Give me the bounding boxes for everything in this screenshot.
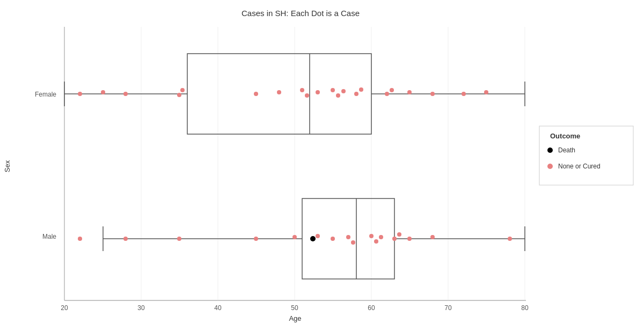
x-tick-60: 60 (368, 304, 375, 312)
female-dot (277, 90, 281, 94)
chart-title: Cases in SH: Each Dot is a Case (241, 9, 360, 18)
legend-death-label: Death (558, 146, 575, 154)
male-dot (316, 234, 320, 238)
male-dot (331, 237, 335, 241)
female-dot (101, 90, 105, 94)
female-dot (305, 93, 309, 98)
legend-none-icon (547, 164, 553, 169)
male-dot (292, 235, 297, 239)
x-tick-80: 80 (521, 304, 529, 312)
female-dot (177, 93, 181, 97)
male-dot (407, 237, 412, 241)
x-tick-30: 30 (137, 304, 145, 312)
female-dot (385, 92, 389, 96)
female-dot (123, 92, 128, 96)
female-dot (341, 89, 346, 93)
male-dot-death (310, 236, 316, 241)
x-tick-50: 50 (291, 304, 298, 312)
female-dot (336, 93, 340, 98)
male-dot (392, 237, 397, 241)
y-tick-male: Male (42, 233, 56, 240)
x-tick-70: 70 (444, 304, 452, 312)
x-tick-20: 20 (61, 304, 68, 312)
female-dot (180, 88, 185, 92)
male-dot (346, 235, 350, 239)
female-dot (354, 92, 358, 96)
female-dot (331, 88, 335, 92)
y-axis-label: Sex (3, 160, 11, 172)
female-dot (484, 90, 488, 94)
female-dot (359, 87, 363, 92)
male-dot (177, 237, 181, 241)
female-dot (300, 88, 304, 92)
male-dot (374, 239, 378, 244)
male-dot (123, 237, 128, 241)
female-dot (407, 90, 412, 94)
chart-container: Cases in SH: Each Dot is a Case Age Sex … (0, 0, 644, 331)
y-tick-female: Female (35, 91, 56, 98)
female-dot (462, 92, 466, 96)
male-dot (508, 237, 512, 241)
male-dot (254, 237, 258, 241)
female-dot (390, 88, 394, 92)
x-axis-label: Age (289, 314, 301, 322)
female-dot (316, 90, 320, 94)
male-dot (430, 235, 435, 239)
male-dot (78, 237, 82, 241)
male-dot (351, 240, 355, 245)
female-dot (430, 92, 435, 96)
female-dot (78, 92, 82, 96)
male-dot (379, 235, 383, 239)
legend-death-icon (547, 148, 553, 153)
male-dot (369, 234, 374, 238)
male-dot (397, 232, 401, 237)
legend-none-label: None or Cured (558, 163, 601, 170)
legend-title: Outcome (550, 132, 580, 140)
x-tick-40: 40 (214, 304, 222, 312)
female-dot (254, 92, 258, 96)
